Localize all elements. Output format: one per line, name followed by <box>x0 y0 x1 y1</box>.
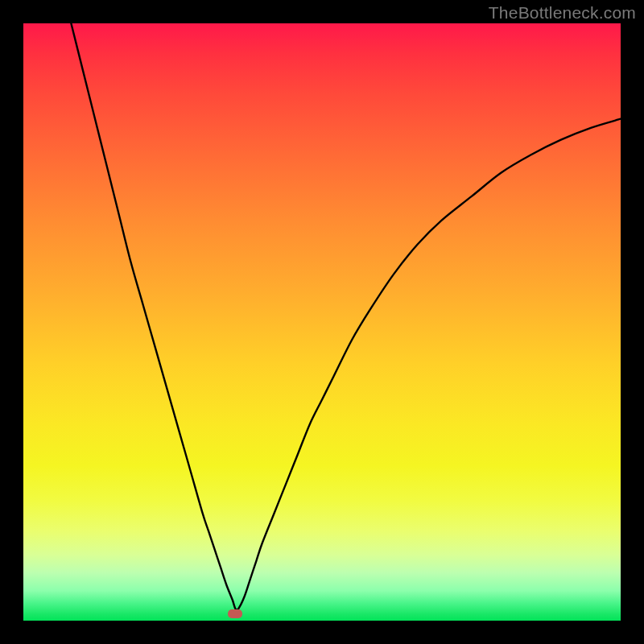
bottleneck-curve <box>71 23 621 610</box>
plot-area <box>23 23 621 621</box>
chart-frame: TheBottleneck.com <box>0 0 644 644</box>
curve-svg <box>23 23 621 621</box>
watermark-text: TheBottleneck.com <box>489 3 636 23</box>
minimum-marker <box>228 609 242 618</box>
